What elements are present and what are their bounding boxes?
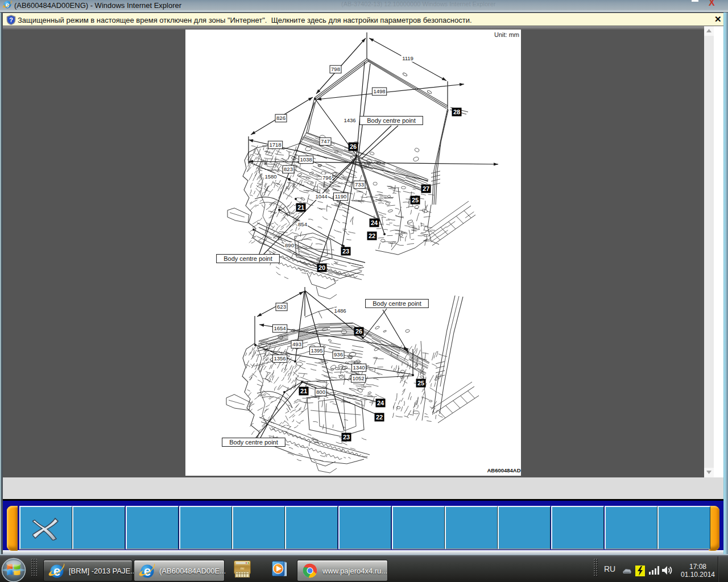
svg-text:25: 25 xyxy=(417,380,424,386)
svg-text:1356: 1356 xyxy=(274,355,286,361)
svg-text:?: ? xyxy=(9,16,13,23)
svg-text:21: 21 xyxy=(297,204,304,211)
svg-text:1486: 1486 xyxy=(334,307,346,314)
svg-text:1580: 1580 xyxy=(264,173,276,180)
svg-text:24: 24 xyxy=(377,400,384,406)
svg-text:20: 20 xyxy=(318,264,325,271)
svg-text:1436: 1436 xyxy=(344,117,355,123)
svg-text:AB600484AD: AB600484AD xyxy=(487,467,520,473)
svg-text:733: 733 xyxy=(355,181,364,188)
svg-text:854: 854 xyxy=(298,221,307,227)
svg-text:27: 27 xyxy=(423,185,429,192)
svg-text:22: 22 xyxy=(376,414,383,421)
svg-text:26: 26 xyxy=(350,143,357,150)
svg-text:1498: 1498 xyxy=(373,88,385,94)
svg-text:826: 826 xyxy=(276,115,286,121)
svg-text:1190: 1190 xyxy=(335,193,346,199)
svg-text:493: 493 xyxy=(292,341,301,347)
svg-text:1654: 1654 xyxy=(274,325,286,331)
svg-text:Body centre point: Body centre point xyxy=(373,300,421,307)
svg-text:Body centre point: Body centre point xyxy=(367,117,416,124)
svg-text:1718: 1718 xyxy=(269,142,281,148)
svg-text:623: 623 xyxy=(277,304,286,310)
svg-text:1395: 1395 xyxy=(311,347,322,354)
svg-text:24: 24 xyxy=(371,219,378,226)
svg-text:800: 800 xyxy=(316,389,325,395)
svg-text:796: 796 xyxy=(322,174,332,181)
svg-text:1119: 1119 xyxy=(402,55,413,61)
svg-text:Body centre point: Body centre point xyxy=(229,439,278,446)
svg-text:23: 23 xyxy=(343,434,350,440)
svg-text:ikt: ikt xyxy=(241,566,245,571)
svg-text:823: 823 xyxy=(284,166,293,172)
svg-text:23: 23 xyxy=(342,248,349,255)
svg-text:1038: 1038 xyxy=(300,156,312,163)
svg-text:28: 28 xyxy=(453,109,460,115)
svg-text:Body centre point: Body centre point xyxy=(224,255,272,262)
svg-text:747: 747 xyxy=(321,138,330,144)
svg-text:25: 25 xyxy=(412,197,419,203)
svg-text:e: e xyxy=(6,1,10,9)
svg-text:22: 22 xyxy=(369,232,375,239)
svg-text:1052: 1052 xyxy=(352,375,364,381)
svg-text:1340: 1340 xyxy=(353,364,365,371)
svg-text:21: 21 xyxy=(300,388,307,394)
svg-text:936: 936 xyxy=(334,351,343,357)
svg-text:798: 798 xyxy=(331,66,340,72)
svg-text:890: 890 xyxy=(285,242,294,248)
svg-text:1044: 1044 xyxy=(315,193,327,199)
svg-text:26: 26 xyxy=(355,328,362,335)
